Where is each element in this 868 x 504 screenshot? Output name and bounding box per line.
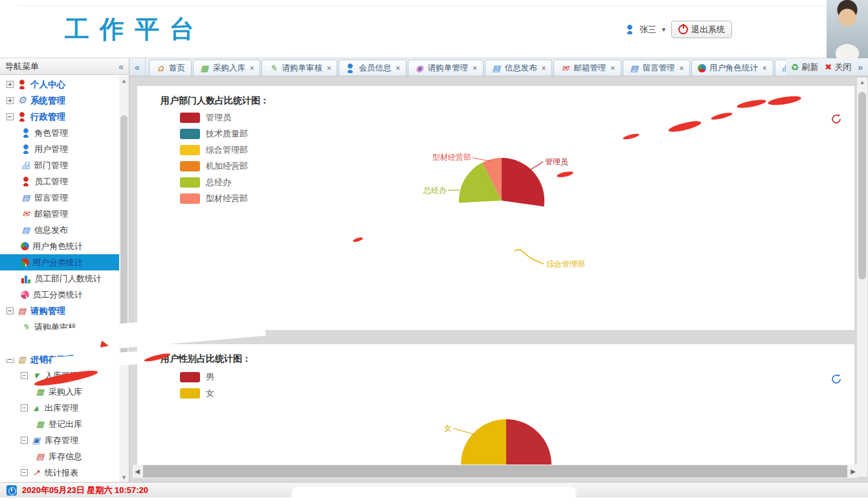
sidebar-item-8[interactable]: ✉邮箱管理 — [0, 206, 119, 222]
sidebar-item-17[interactable]: −▥进销存管理 — [0, 351, 119, 367]
horizontal-scrollbar[interactable]: ◀ ▶ — [133, 465, 858, 478]
tab-close-icon[interactable]: × — [327, 64, 331, 72]
sidebar-item-23[interactable]: ▤库存信息 — [0, 448, 119, 465]
tab-close-icon[interactable]: × — [680, 64, 684, 72]
sidebar-item-label: 行政管理 — [30, 111, 65, 123]
line-chart-icon: ↗ — [31, 468, 41, 477]
legend-item[interactable]: 机加经营部 — [180, 158, 248, 174]
scroll-left-icon[interactable]: ◀ — [133, 465, 142, 478]
tab-close-icon[interactable]: × — [250, 64, 254, 72]
refresh-button[interactable]: ♻ 刷新 — [791, 61, 819, 73]
pie-slice[interactable] — [461, 419, 506, 465]
dept-chart-legend: 管理员技术质量部综合管理部机加经营部总经办型材经营部 — [180, 109, 248, 206]
sidebar-item-10[interactable]: 用户角色统计 — [0, 238, 119, 254]
sidebar-item-18[interactable]: −▼入库管理 — [0, 367, 119, 384]
pie-redgreen-icon — [21, 258, 29, 267]
collapse-icon[interactable]: − — [21, 372, 28, 379]
tab-8[interactable]: 用户角色统计× — [691, 60, 773, 76]
legend-item[interactable]: 综合管理部 — [180, 142, 248, 158]
tab-6[interactable]: ✉邮箱管理× — [553, 60, 621, 76]
scroll-right-icon[interactable]: ▶ — [849, 465, 858, 478]
user-menu-caret-icon[interactable]: ▼ — [661, 27, 667, 33]
sidebar-item-11[interactable]: 用户分类统计 — [0, 254, 119, 270]
tab-close-icon[interactable]: × — [395, 64, 399, 72]
sidebar-item-9[interactable]: ▤信息发布 — [0, 222, 119, 238]
sidebar-item-13[interactable]: 员工分类统计 — [0, 287, 119, 303]
sidebar-item-4[interactable]: 用户管理 — [0, 141, 119, 157]
sidebar-item-22[interactable]: −▣库存管理 — [0, 432, 119, 448]
user-photo[interactable] — [827, 0, 868, 58]
sidebar-item-7[interactable]: ▤留言管理 — [0, 190, 119, 206]
sidebar-item-12[interactable]: 员工部门人数统计 — [0, 270, 119, 287]
sidebar-item-5[interactable]: 品部门管理 — [0, 157, 119, 173]
legend-swatch — [180, 129, 200, 139]
gear-icon: ⚙ — [17, 96, 27, 105]
clock-icon — [6, 485, 17, 496]
scroll-up-icon[interactable]: ▲ — [119, 76, 129, 85]
sidebar-item-21[interactable]: ▦登记出库 — [0, 416, 119, 432]
sidebar-item-3[interactable]: 角色管理 — [0, 125, 119, 141]
legend-item[interactable]: 总经办 — [180, 174, 248, 190]
tab-2[interactable]: ✎请购单审核× — [262, 60, 337, 76]
logout-button[interactable]: 退出系统 — [671, 21, 732, 38]
chart-refresh-icon[interactable] — [830, 113, 843, 126]
collapse-icon[interactable]: − — [6, 113, 14, 120]
inbox-icon: ▼ — [31, 371, 41, 380]
collapse-icon[interactable]: − — [6, 307, 14, 314]
tab-1[interactable]: ▦采购入库× — [193, 60, 260, 76]
legend-item[interactable]: 技术质量部 — [180, 126, 248, 142]
pie-slice[interactable] — [506, 419, 551, 465]
tab-4[interactable]: ◉请购单管理× — [408, 60, 484, 76]
gender-chart-legend: 男女 — [180, 369, 214, 401]
sidebar-item-14[interactable]: −▤请购管理 — [0, 303, 119, 319]
stock-doc-icon: ▤ — [35, 452, 45, 461]
tab-close-icon[interactable]: × — [473, 64, 476, 72]
sidebar-item-15[interactable]: ✎请购单审核 — [0, 319, 119, 335]
tab-close-icon[interactable]: × — [542, 64, 546, 72]
tab-label: 邮箱管理 — [573, 63, 606, 74]
tab-0[interactable]: ⌂首页 — [149, 60, 192, 76]
callout-leader — [473, 158, 491, 161]
collapse-icon[interactable]: − — [6, 356, 14, 363]
tab-close-icon[interactable]: × — [762, 64, 766, 72]
collapse-icon[interactable]: − — [21, 469, 28, 476]
legend-item[interactable]: 女 — [180, 385, 214, 401]
sidebar-scrollbar[interactable]: ▲ ▼ — [119, 76, 129, 482]
tab-5[interactable]: ▤信息发布× — [485, 60, 552, 76]
sidebar-collapse-icon[interactable]: « — [118, 61, 124, 72]
legend-item[interactable]: 男 — [180, 369, 214, 385]
close-all-button[interactable]: ✖ 关闭 — [825, 61, 851, 73]
tabs-scroll-right-icon[interactable]: » — [858, 62, 863, 72]
sidebar-item-6[interactable]: 员工管理 — [0, 173, 119, 190]
info-doc-icon: ▤ — [491, 63, 502, 73]
expand-icon[interactable]: + — [6, 97, 14, 104]
sidebar-item-24[interactable]: −↗统计报表 — [0, 465, 119, 481]
sidebar-item-2[interactable]: −行政管理 — [0, 109, 119, 125]
scrollbar-thumb[interactable] — [120, 115, 128, 355]
tabs-scroll-left-icon[interactable]: « — [129, 58, 146, 76]
tab-3[interactable]: 会员信息× — [339, 60, 406, 76]
chart-refresh-icon[interactable] — [830, 373, 843, 386]
sidebar-item-16[interactable]: ◉请购单管理 — [0, 335, 119, 351]
content-vertical-scrollbar[interactable]: ▲ — [857, 78, 867, 477]
sidebar-item-19[interactable]: ▦采购入库 — [0, 384, 119, 400]
sidebar-item-0[interactable]: +个人中心 — [0, 76, 119, 93]
scroll-up-icon[interactable]: ▲ — [857, 78, 867, 87]
expand-icon[interactable]: + — [6, 81, 14, 88]
cart-icon: ▥ — [17, 355, 27, 364]
sidebar-item-label: 进销存管理 — [30, 354, 74, 366]
sidebar-item-1[interactable]: +⚙系统管理 — [0, 93, 119, 109]
sidebar-item-20[interactable]: −▲出库管理 — [0, 400, 119, 416]
org-chart-icon: 品 — [21, 160, 31, 170]
sidebar-item-label: 登记出库 — [49, 419, 82, 430]
tab-7[interactable]: ▤留言管理× — [623, 60, 690, 76]
gender-pie-chart: 女 — [401, 414, 712, 465]
collapse-icon[interactable]: − — [21, 437, 28, 444]
collapse-icon[interactable]: − — [21, 404, 28, 411]
legend-item[interactable]: 管理员 — [180, 109, 248, 126]
scrollbar-thumb[interactable] — [143, 465, 847, 477]
legend-item[interactable]: 型材经营部 — [180, 190, 248, 206]
tab-close-icon[interactable]: × — [610, 64, 614, 72]
scrollbar-thumb[interactable] — [858, 92, 866, 279]
scroll-down-icon[interactable]: ▼ — [119, 473, 129, 482]
